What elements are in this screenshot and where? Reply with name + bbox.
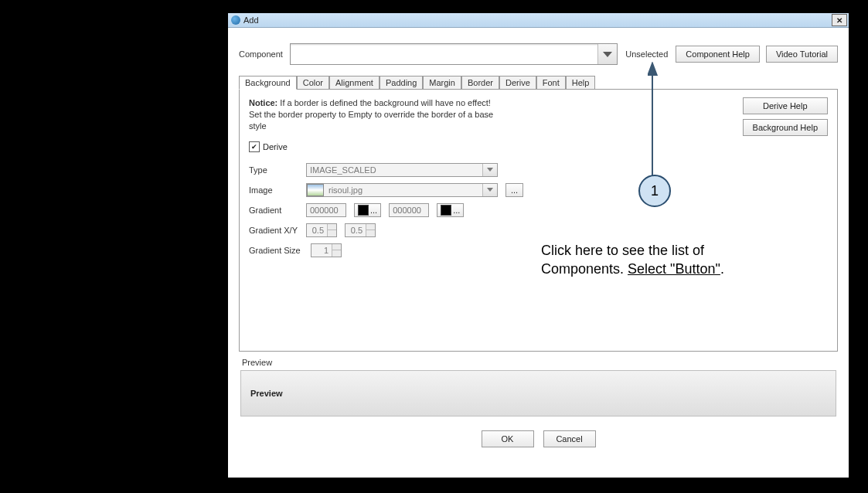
notice-label: Notice: bbox=[249, 98, 277, 107]
titlebar: Add ✕ bbox=[228, 13, 849, 28]
spinner-icon bbox=[327, 224, 336, 236]
gradient-row: Gradient 000000 ... 000000 ... bbox=[249, 203, 828, 217]
image-browse-button[interactable]: ... bbox=[505, 183, 523, 197]
derive-checkbox-label: Derive bbox=[263, 142, 288, 151]
close-button[interactable]: ✕ bbox=[832, 14, 847, 26]
type-select[interactable]: IMAGE_SCALED bbox=[306, 163, 498, 177]
unselected-label: Unselected bbox=[624, 49, 669, 59]
background-help-button[interactable]: Background Help bbox=[743, 119, 828, 136]
image-select[interactable]: risoul.jpg bbox=[306, 183, 498, 197]
annotation-text: Click here to see the list of Components… bbox=[541, 241, 796, 279]
component-label: Component bbox=[239, 49, 284, 59]
tab-border[interactable]: Border bbox=[461, 76, 499, 89]
image-row: Image risoul.jpg ... bbox=[249, 183, 828, 197]
derive-checkbox-row: ✔ Derive bbox=[249, 141, 828, 152]
chevron-down-icon bbox=[487, 188, 493, 192]
derive-help-button[interactable]: Derive Help bbox=[743, 97, 828, 114]
type-dropdown-button[interactable] bbox=[482, 164, 497, 176]
chevron-down-icon bbox=[603, 52, 612, 57]
gradient-x-spinner[interactable]: 0.5 bbox=[306, 223, 337, 237]
gradient-xy-row: Gradient X/Y 0.5 0.5 bbox=[249, 223, 828, 237]
dialog-buttons: OK Cancel bbox=[239, 430, 838, 447]
video-tutorial-button[interactable]: Video Tutorial bbox=[766, 46, 838, 63]
gradient-b-field[interactable]: 000000 bbox=[389, 203, 429, 217]
image-dropdown-button[interactable] bbox=[482, 184, 497, 196]
background-panel: Derive Help Background Help Notice: If a… bbox=[239, 89, 838, 352]
image-label: Image bbox=[249, 185, 298, 195]
gradient-b-swatch-button[interactable]: ... bbox=[437, 203, 464, 217]
tab-derive[interactable]: Derive bbox=[499, 76, 536, 89]
tab-background[interactable]: Background bbox=[239, 76, 297, 90]
gradient-a-swatch-button[interactable]: ... bbox=[354, 203, 381, 217]
component-value bbox=[291, 44, 597, 64]
notice-text: Notice: If a border is defined the backg… bbox=[249, 97, 504, 132]
cancel-button[interactable]: Cancel bbox=[543, 430, 596, 447]
annotation-number: 1 bbox=[651, 183, 659, 199]
component-help-button[interactable]: Component Help bbox=[676, 46, 760, 63]
gradient-size-label: Gradient Size bbox=[249, 246, 303, 255]
ok-button[interactable]: OK bbox=[482, 430, 534, 447]
tab-font[interactable]: Font bbox=[536, 76, 566, 89]
close-icon: ✕ bbox=[836, 16, 842, 25]
tab-help[interactable]: Help bbox=[566, 76, 596, 89]
type-row: Type IMAGE_SCALED bbox=[249, 163, 828, 177]
gradient-size-spinner[interactable]: 1 bbox=[311, 243, 342, 257]
color-swatch-icon bbox=[441, 205, 451, 216]
chevron-down-icon bbox=[487, 168, 493, 172]
component-row: Component Unselected Component Help Vide… bbox=[239, 43, 838, 65]
spinner-icon bbox=[332, 244, 341, 257]
panel-right-buttons: Derive Help Background Help bbox=[743, 97, 828, 136]
derive-checkbox[interactable]: ✔ bbox=[249, 141, 260, 152]
type-label: Type bbox=[249, 165, 298, 175]
window-title: Add bbox=[243, 15, 832, 25]
preview-area: Preview bbox=[240, 370, 836, 416]
spinner-icon bbox=[366, 224, 375, 236]
tab-margin[interactable]: Margin bbox=[423, 76, 461, 89]
component-dropdown-button[interactable] bbox=[597, 44, 617, 64]
color-swatch-icon bbox=[358, 205, 369, 216]
gradient-y-spinner[interactable]: 0.5 bbox=[345, 223, 376, 237]
app-icon bbox=[231, 15, 240, 25]
preview-content: Preview bbox=[250, 389, 283, 398]
gradient-xy-label: Gradient X/Y bbox=[249, 226, 298, 235]
dialog-body: Component Unselected Component Help Vide… bbox=[228, 28, 849, 447]
component-combobox[interactable] bbox=[290, 43, 618, 65]
gradient-a-field[interactable]: 000000 bbox=[306, 203, 346, 217]
annotation-marker: 1 bbox=[638, 175, 671, 207]
image-thumbnail bbox=[307, 184, 324, 196]
tabs: Background Color Alignment Padding Margi… bbox=[239, 76, 838, 89]
tab-padding[interactable]: Padding bbox=[380, 76, 423, 89]
tab-alignment[interactable]: Alignment bbox=[329, 76, 380, 89]
tab-color[interactable]: Color bbox=[297, 76, 329, 89]
preview-label: Preview bbox=[242, 358, 835, 367]
gradient-label: Gradient bbox=[249, 206, 298, 215]
